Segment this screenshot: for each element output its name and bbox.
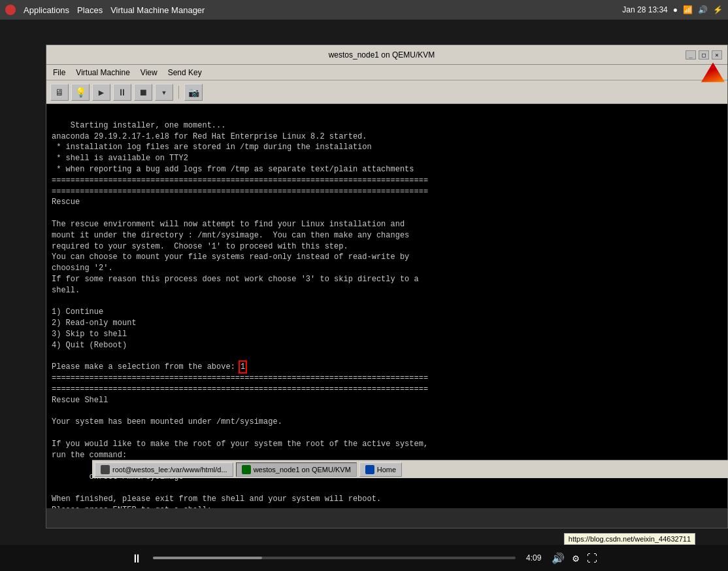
taskbar-icon-0: [101, 465, 110, 474]
terminal-line-29: Please press ENTER to get a shell:: [52, 506, 212, 508]
taskbar-item-0[interactable]: root@westos_lee:/var/www/html/d...: [95, 462, 233, 477]
vm-menubar: File Virtual Machine View Send Key: [46, 65, 727, 80]
terminal-line-25: If you would like to make the root of yo…: [52, 440, 428, 449]
taskbar-icon-1: [242, 465, 251, 474]
menu-virtual-machine[interactable]: Virtual Machine: [72, 67, 134, 78]
system-bar-right: Jan 28 13:34 ● 📶 🔊 ⚡: [622, 5, 723, 14]
applications-menu[interactable]: Applications: [24, 5, 69, 15]
terminal-line-22: ========================================…: [52, 385, 428, 394]
vm-manager-menu[interactable]: Virtual Machine Manager: [110, 5, 205, 15]
places-menu[interactable]: Places: [77, 5, 103, 15]
vm-title: westos_node1 on QEMU/KVM: [78, 50, 686, 60]
terminal-line-5: * when reporting a bug add logs from /tm…: [52, 165, 414, 174]
menu-file[interactable]: File: [49, 67, 69, 78]
terminal-line-20: Please make a selection from the above: …: [52, 362, 246, 372]
media-pause-btn[interactable]: ⏸: [131, 551, 142, 565]
taskbar: root@westos_lee:/var/www/html/d... westo…: [92, 460, 728, 478]
terminal-line-23: Rescue Shell: [52, 396, 108, 405]
vm-titlebar: westos_node1 on QEMU/KVM _ □ ✕: [46, 45, 727, 65]
minimize-button[interactable]: _: [686, 50, 696, 60]
menu-view[interactable]: View: [137, 67, 161, 78]
toolbar-bulb-btn[interactable]: 💡: [71, 84, 90, 101]
media-volume-icon[interactable]: 🔊: [552, 552, 565, 564]
status-dot: ●: [673, 5, 678, 14]
terminal-line-19: 4) Quit (Reboot): [52, 341, 127, 350]
media-settings-icon[interactable]: ⚙: [572, 552, 579, 564]
terminal-line-10: mount it under the directory : /mnt/sysi…: [52, 231, 409, 240]
taskbar-label-0: root@westos_lee:/var/www/html/d...: [112, 466, 227, 474]
terminal-line-2: anaconda 29.19.2.17-1.el8 for Red Hat En…: [52, 132, 367, 141]
media-bar: ⏸ 4:09 🔊 ⚙ ⛶: [0, 545, 728, 571]
media-fullscreen-icon[interactable]: ⛶: [587, 552, 597, 564]
terminal[interactable]: Starting installer, one moment... anacon…: [46, 104, 727, 508]
terminal-line-12: You can choose to mount your file system…: [52, 252, 409, 262]
terminal-line-14: If for some reason this process does not…: [52, 275, 419, 284]
datetime: Jan 28 13:34: [622, 5, 667, 14]
terminal-line-17: 2) Read-only mount: [52, 319, 137, 328]
toolbar-separator: [178, 86, 179, 99]
power-icon: ⚡: [713, 5, 723, 14]
terminal-line-8: Rescue: [52, 198, 80, 207]
terminal-line-6: ========================================…: [52, 176, 428, 185]
toolbar-stop-btn[interactable]: ⏹: [134, 84, 152, 101]
media-progress[interactable]: [153, 557, 516, 559]
terminal-line-26: run the command:: [52, 451, 127, 460]
media-time: 4:09: [526, 553, 541, 562]
wifi-icon: 📶: [683, 5, 693, 14]
close-button[interactable]: ✕: [712, 50, 722, 60]
taskbar-item-2[interactable]: Home: [359, 462, 402, 477]
taskbar-label-2: Home: [377, 466, 396, 474]
terminal-line-4: * shell is available on TTY2: [52, 154, 188, 163]
taskbar-icon-2: [365, 465, 374, 474]
terminal-line-7: ========================================…: [52, 187, 428, 196]
vm-window: westos_node1 on QEMU/KVM _ □ ✕ File Virt…: [46, 44, 728, 528]
taskbar-item-1[interactable]: westos_node1 on QEMU/KVM: [236, 462, 357, 477]
toolbar-play-btn[interactable]: ▶: [92, 84, 110, 101]
toolbar-screenshot-btn[interactable]: 📷: [184, 84, 203, 101]
app-icon: [5, 5, 16, 15]
system-bar-left: Applications Places Virtual Machine Mana…: [5, 5, 205, 15]
menu-send-key[interactable]: Send Key: [164, 67, 206, 78]
vm-toolbar: 🖥 💡 ▶ ⏸ ⏹ ▾ 📷: [46, 80, 727, 104]
terminal-line-13: choosing '2'.: [52, 264, 113, 273]
terminal-line-16: 1) Continue: [52, 307, 103, 317]
terminal-line-15: shell.: [52, 286, 80, 295]
taskbar-label-1: westos_node1 on QEMU/KVM: [254, 466, 351, 474]
terminal-line-3: * installation log files are stored in /…: [52, 143, 372, 152]
terminal-line-9: The rescue environment will now attempt …: [52, 220, 405, 229]
toolbar-dropdown-btn[interactable]: ▾: [155, 84, 173, 101]
vm-title-controls: _ □ ✕: [686, 50, 722, 60]
toolbar-pause-btn[interactable]: ⏸: [113, 84, 131, 101]
media-progress-fill: [153, 557, 262, 559]
terminal-line-18: 3) Skip to shell: [52, 330, 127, 339]
terminal-line-24: Your system has been mounted under /mnt/…: [52, 417, 282, 426]
terminal-line-28: When finished, please exit from the shel…: [52, 494, 381, 504]
toolbar-display-btn[interactable]: 🖥: [50, 84, 69, 101]
volume-icon: 🔊: [698, 5, 708, 14]
terminal-line-21: ========================================…: [52, 373, 428, 383]
url-tooltip: https://blog.csdn.net/weixin_44632711: [564, 533, 695, 545]
terminal-line-1: Starting installer, one moment...: [71, 121, 226, 130]
system-bar: Applications Places Virtual Machine Mana…: [0, 0, 728, 20]
terminal-line-11: required to your system. Choose '1' to p…: [52, 242, 348, 251]
media-right-icons: 🔊 ⚙ ⛶: [552, 552, 597, 564]
maximize-button[interactable]: □: [699, 50, 709, 60]
